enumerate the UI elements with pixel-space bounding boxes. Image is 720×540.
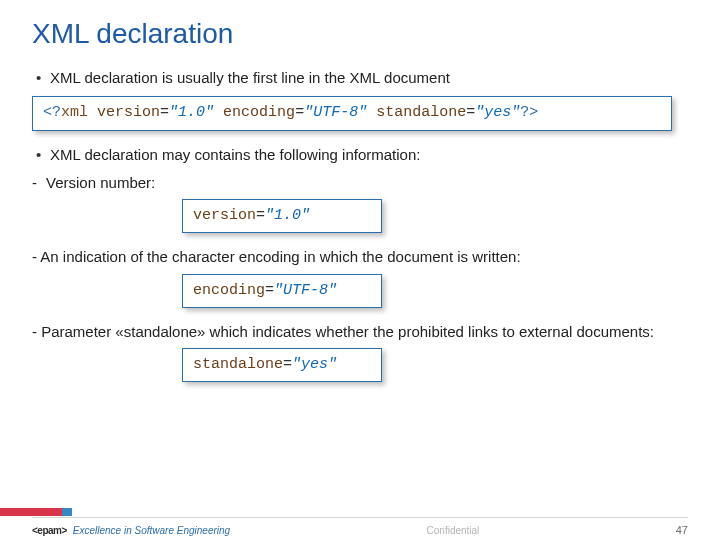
code-val: "UTF-8"	[274, 282, 337, 299]
code-eq: =	[283, 356, 292, 373]
bullet-dot: •	[32, 145, 50, 165]
chevron-right-icon: >	[61, 525, 66, 536]
dash-item: - An indication of the character encodin…	[32, 247, 688, 267]
code-attr-standalone: standalone	[376, 104, 466, 121]
brand-tagline: Excellence in Software Engineering	[73, 525, 230, 536]
code-eq: =	[265, 282, 274, 299]
code-attr: version	[193, 207, 256, 224]
page-title: XML declaration	[0, 0, 720, 62]
dash-mark: -	[32, 173, 46, 193]
bullet-item: • XML declaration may contains the follo…	[32, 145, 688, 165]
bullet-dot: •	[32, 68, 50, 88]
dash-text: Parameter «standalone» which indicates w…	[41, 323, 654, 340]
code-val-encoding: "UTF-8"	[304, 104, 367, 121]
footer-accent-bar-blue	[62, 508, 72, 516]
brand: <epam> Excellence in Software Engineerin…	[32, 525, 230, 536]
dash-text: Version number:	[46, 173, 155, 193]
code-val-version: "1.0"	[169, 104, 214, 121]
page-number: 47	[676, 524, 688, 536]
dash-item: - Version number:	[32, 173, 688, 193]
code-eq: =	[256, 207, 265, 224]
code-tag: xml	[61, 104, 88, 121]
code-val-standalone: "yes"	[475, 104, 520, 121]
code-val: "1.0"	[265, 207, 310, 224]
slide-content: • XML declaration is usually the first l…	[0, 68, 720, 382]
code-version-box: version="1.0"	[182, 199, 382, 233]
brand-name: epam	[37, 525, 61, 536]
code-sp	[214, 104, 223, 121]
code-standalone-box: standalone="yes"	[182, 348, 382, 382]
code-eq: =	[466, 104, 475, 121]
bullet-text: XML declaration is usually the first lin…	[50, 68, 450, 88]
dash-text: An indication of the character encoding …	[40, 248, 520, 265]
dash-item: - Parameter «standalone» which indicates…	[32, 322, 688, 342]
bullet-item: • XML declaration is usually the first l…	[32, 68, 688, 88]
code-close: ?>	[520, 104, 538, 121]
footer-row: <epam> Excellence in Software Engineerin…	[32, 524, 688, 536]
footer-accent-bar-red	[0, 508, 62, 516]
slide-footer: <epam> Excellence in Software Engineerin…	[0, 502, 720, 540]
code-sp	[367, 104, 376, 121]
confidential-label: Confidential	[427, 525, 480, 536]
brand-logo: <epam>	[32, 525, 67, 536]
code-attr: standalone	[193, 356, 283, 373]
code-attr: encoding	[193, 282, 265, 299]
code-encoding-box: encoding="UTF-8"	[182, 274, 382, 308]
code-open: <?	[43, 104, 61, 121]
code-sp	[88, 104, 97, 121]
code-attr-encoding: encoding	[223, 104, 295, 121]
code-attr-version: version	[97, 104, 160, 121]
footer-divider	[32, 517, 688, 518]
bullet-text: XML declaration may contains the followi…	[50, 145, 420, 165]
code-eq: =	[160, 104, 169, 121]
code-val: "yes"	[292, 356, 337, 373]
code-full-declaration: <?xml version="1.0" encoding="UTF-8" sta…	[32, 96, 672, 130]
code-eq: =	[295, 104, 304, 121]
